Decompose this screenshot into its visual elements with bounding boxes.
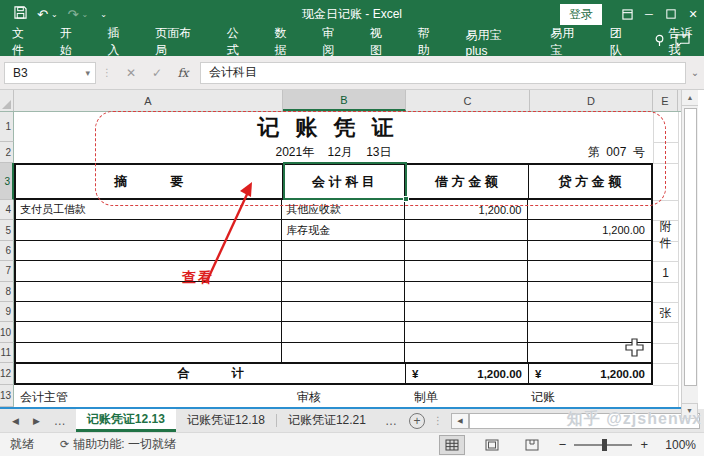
scroll-down-icon[interactable]: ▼	[681, 403, 698, 419]
debit-cell[interactable]	[405, 241, 529, 260]
row-header-11[interactable]: 11	[0, 343, 14, 363]
tab-help[interactable]: 帮助	[406, 28, 454, 56]
column-header-d[interactable]: D	[530, 90, 653, 111]
sheet-overflow-right-icon[interactable]: …	[377, 409, 405, 432]
row-header-7[interactable]: 7	[0, 261, 14, 281]
page-break-preview-button[interactable]	[519, 435, 545, 455]
sheet-tab-1213[interactable]: 记账凭证12.13	[76, 409, 176, 432]
debit-cell[interactable]	[405, 343, 529, 362]
customize-qat-icon[interactable]: ⌄	[100, 10, 107, 19]
account-cell[interactable]	[282, 261, 405, 280]
insert-function-icon[interactable]: fx	[170, 66, 196, 80]
row-header-4[interactable]: 4	[0, 200, 14, 220]
tab-data[interactable]: 数据	[263, 28, 311, 56]
tab-team[interactable]: 团队	[598, 28, 646, 56]
minimize-button[interactable]: ─	[638, 0, 660, 28]
formula-input[interactable]: 会计科目	[200, 62, 686, 84]
zoom-slider[interactable]	[574, 444, 632, 446]
comments-icon[interactable]	[675, 34, 690, 50]
attachment-label-char[interactable]: 件	[653, 235, 678, 252]
attachment-label-char[interactable]: 附	[653, 218, 678, 235]
tab-formulas[interactable]: 公式	[215, 28, 263, 56]
summary-cell[interactable]	[16, 261, 282, 280]
sheet-next-icon[interactable]: ▶	[33, 416, 40, 426]
summary-cell[interactable]	[16, 282, 282, 301]
name-box[interactable]: B3 ▾	[4, 62, 96, 84]
account-cell[interactable]: 库存现金	[282, 220, 405, 239]
credit-cell[interactable]	[528, 282, 651, 301]
vertical-scrollbar-thumb[interactable]	[684, 108, 697, 386]
zoom-in-icon[interactable]: +	[640, 437, 648, 452]
signature-preparer[interactable]: 制单	[414, 389, 438, 406]
tab-view[interactable]: 视图	[358, 28, 406, 56]
column-header-c[interactable]: C	[406, 90, 530, 111]
signature-reviewer[interactable]: 审核	[297, 389, 321, 406]
debit-cell[interactable]	[405, 220, 529, 239]
account-cell[interactable]	[282, 343, 405, 362]
summary-cell[interactable]	[16, 220, 282, 239]
credit-cell[interactable]: 1,200.00	[528, 220, 651, 239]
row-header-1[interactable]: 1	[0, 112, 14, 142]
scroll-up-icon[interactable]: ▲	[682, 90, 698, 106]
total-debit-cell[interactable]: ¥ 1,200.00	[406, 364, 529, 383]
credit-cell[interactable]	[528, 241, 651, 260]
page-layout-view-button[interactable]	[479, 435, 505, 455]
signature-bookkeeper[interactable]: 记账	[531, 389, 555, 406]
tab-file[interactable]: 文件	[0, 28, 48, 56]
debit-cell[interactable]	[405, 261, 529, 280]
undo-dropdown-icon[interactable]: ⌄	[51, 10, 58, 19]
row-header-3[interactable]: 3	[0, 163, 14, 200]
sheet-prev-icon[interactable]: ◀	[12, 416, 19, 426]
undo-icon[interactable]: ↶	[37, 7, 48, 22]
total-label-cell[interactable]: 合计	[16, 364, 406, 383]
tab-review[interactable]: 审阅	[310, 28, 358, 56]
column-header-a[interactable]: A	[14, 90, 283, 111]
maximize-button[interactable]	[660, 0, 682, 28]
normal-view-button[interactable]	[439, 435, 465, 455]
row-header-2[interactable]: 2	[0, 142, 14, 163]
sheet-overflow-left-icon[interactable]: …	[54, 414, 66, 428]
row-header-8[interactable]: 8	[0, 282, 14, 302]
sheet-tab-1218[interactable]: 记账凭证12.18	[176, 409, 276, 432]
row-header-9[interactable]: 9	[0, 302, 14, 322]
name-box-dropdown-icon[interactable]: ▾	[85, 68, 95, 78]
accessibility-status[interactable]: ⟳ 辅助功能: 一切就绪	[34, 436, 176, 453]
save-icon[interactable]	[14, 6, 27, 22]
tab-yiyongbao[interactable]: 易用宝	[538, 28, 598, 56]
vertical-scrollbar[interactable]: ▲	[681, 90, 698, 409]
login-button[interactable]: 登录	[560, 4, 602, 25]
summary-cell[interactable]	[16, 241, 282, 260]
scroll-left-icon[interactable]: ◀	[451, 413, 469, 429]
account-cell[interactable]	[282, 241, 405, 260]
row-header-6[interactable]: 6	[0, 241, 14, 261]
zoom-slider-thumb[interactable]	[602, 439, 607, 451]
tab-yiyongbao-plus[interactable]: 易用宝 plus	[454, 28, 539, 56]
formula-bar-expand-icon[interactable]: ⌄	[686, 67, 704, 78]
tab-page-layout[interactable]: 页面布局	[143, 28, 215, 56]
zoom-level[interactable]: 100%	[662, 438, 696, 452]
summary-cell[interactable]	[16, 302, 282, 321]
zoom-out-icon[interactable]: −	[559, 437, 567, 452]
debit-cell[interactable]	[405, 322, 529, 341]
signature-manager[interactable]: 会计主管	[20, 389, 68, 406]
account-cell[interactable]	[282, 302, 405, 321]
row-header-12[interactable]: 12	[0, 363, 14, 385]
row-header-13[interactable]: 13	[0, 385, 14, 407]
debit-cell[interactable]	[405, 282, 529, 301]
tab-insert[interactable]: 插入	[96, 28, 144, 56]
active-cell-selection[interactable]	[283, 162, 407, 200]
summary-cell[interactable]	[16, 343, 282, 362]
credit-cell[interactable]	[528, 302, 651, 321]
account-cell[interactable]	[282, 322, 405, 341]
column-header-e[interactable]: E	[653, 90, 678, 111]
row-header-5[interactable]: 5	[0, 220, 14, 240]
account-cell[interactable]	[282, 282, 405, 301]
credit-cell[interactable]	[528, 261, 651, 280]
debit-cell[interactable]	[405, 302, 529, 321]
attachment-label-char[interactable]: 1	[653, 266, 678, 280]
ribbon-display-options-icon[interactable]	[616, 0, 638, 28]
summary-cell[interactable]	[16, 322, 282, 341]
column-header-b[interactable]: B	[283, 90, 406, 111]
horizontal-scrollbar[interactable]	[469, 413, 700, 429]
tab-home[interactable]: 开始	[48, 28, 96, 56]
